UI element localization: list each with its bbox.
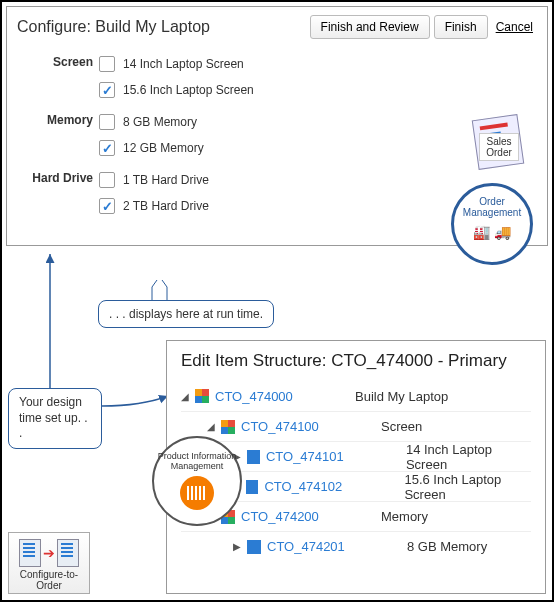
- checkbox[interactable]: [99, 114, 115, 130]
- item-description: 8 GB Memory: [407, 539, 487, 554]
- pim-label: Product Information Management: [154, 452, 240, 472]
- checkbox[interactable]: [99, 140, 115, 156]
- option-label: 1 TB Hard Drive: [123, 173, 209, 187]
- expand-toggle-icon[interactable]: ◢: [207, 421, 217, 432]
- edit-item-structure-title: Edit Item Structure: CTO_474000 - Primar…: [181, 351, 531, 371]
- checkbox[interactable]: [99, 172, 115, 188]
- tree-row: ◢CTO_474100Screen: [181, 411, 531, 441]
- item-code-link[interactable]: CTO_474100: [241, 419, 381, 434]
- sales-order-label: Sales Order: [479, 133, 519, 161]
- expand-toggle-icon[interactable]: ◢: [181, 391, 191, 402]
- item-code-link[interactable]: CTO_474102: [264, 479, 404, 494]
- order-management-badge: Order Management 🏭🚚: [451, 183, 533, 265]
- option-label: 8 GB Memory: [123, 115, 197, 129]
- sales-order-badge: Sales Order: [475, 117, 529, 167]
- item-description: 15.6 Inch Laptop Screen: [404, 472, 531, 502]
- product-information-management-badge: Product Information Management: [152, 436, 242, 526]
- collapse-toggle-icon[interactable]: ▶: [233, 541, 243, 552]
- tree-row: ◢CTO_474000Build My Laptop: [181, 381, 531, 411]
- option-group: Memory8 GB Memory12 GB Memory: [17, 109, 537, 161]
- item-code-link[interactable]: CTO_474201: [267, 539, 407, 554]
- option-group: Screen14 Inch Laptop Screen15.6 Inch Lap…: [17, 51, 537, 103]
- group-label: Screen: [17, 51, 99, 103]
- configure-header: Configure: Build My Laptop Finish and Re…: [17, 15, 537, 39]
- option-label: 2 TB Hard Drive: [123, 199, 209, 213]
- item-icon: [247, 540, 261, 554]
- finish-and-review-button[interactable]: Finish and Review: [310, 15, 430, 39]
- group-label: Hard Drive: [17, 167, 99, 219]
- option-label: 12 GB Memory: [123, 141, 204, 155]
- header-buttons: Finish and Review Finish Cancel: [310, 15, 537, 39]
- model-icon: [195, 389, 209, 403]
- item-code-link[interactable]: CTO_474200: [241, 509, 381, 524]
- order-management-label: Order Management: [454, 196, 530, 218]
- option-row: 12 GB Memory: [99, 135, 537, 161]
- checkbox[interactable]: [99, 198, 115, 214]
- item-description: Build My Laptop: [355, 389, 448, 404]
- item-icon: [247, 450, 260, 464]
- configure-to-order-badge: ➔ Configure-to-Order: [8, 532, 90, 594]
- item-description: Screen: [381, 419, 422, 434]
- barcode-icon: [180, 476, 214, 510]
- group-label: Memory: [17, 109, 99, 161]
- option-row: 15.6 Inch Laptop Screen: [99, 77, 537, 103]
- item-description: 14 Inch Laptop Screen: [406, 442, 531, 472]
- callout-design: Your design time set up. . .: [8, 388, 102, 449]
- finish-button[interactable]: Finish: [434, 15, 488, 39]
- callout-runtime: . . . displays here at run time.: [98, 300, 274, 328]
- item-description: Memory: [381, 509, 428, 524]
- option-row: 14 Inch Laptop Screen: [99, 51, 537, 77]
- item-code-link[interactable]: CTO_474101: [266, 449, 406, 464]
- cancel-button[interactable]: Cancel: [492, 15, 537, 39]
- checkbox[interactable]: [99, 56, 115, 72]
- cto-icon: ➔: [13, 539, 85, 567]
- option-label: 15.6 Inch Laptop Screen: [123, 83, 254, 97]
- configure-panel: Configure: Build My Laptop Finish and Re…: [6, 6, 548, 246]
- option-label: 14 Inch Laptop Screen: [123, 57, 244, 71]
- item-code-link[interactable]: CTO_474000: [215, 389, 355, 404]
- configure-title: Configure: Build My Laptop: [17, 18, 210, 36]
- model-icon: [221, 420, 235, 434]
- checkbox[interactable]: [99, 82, 115, 98]
- tree-row: ▶CTO_4742018 GB Memory: [181, 531, 531, 561]
- order-management-icon: 🏭🚚: [473, 224, 511, 240]
- item-icon: [246, 480, 259, 494]
- cto-label: Configure-to-Order: [13, 569, 85, 591]
